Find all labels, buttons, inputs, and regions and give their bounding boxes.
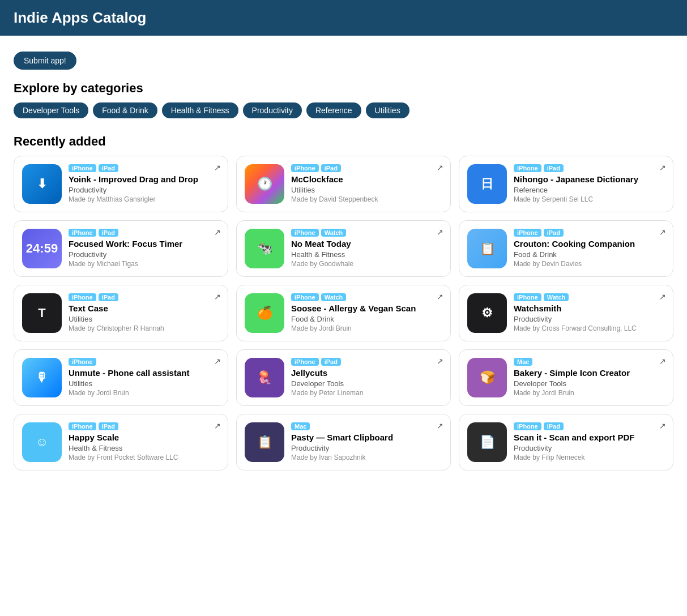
app-icon: ☺ <box>22 422 62 462</box>
badge-ipad: iPad <box>99 164 118 172</box>
badge-iphone: iPhone <box>291 164 319 172</box>
app-badges: iPhone <box>69 358 220 366</box>
app-category: Productivity <box>514 444 665 452</box>
badge-iphone: iPhone <box>291 229 319 237</box>
app-icon: 24:59 <box>22 229 62 268</box>
app-card-top: 日iPhoneiPadNihongo - Japanese Dictionary… <box>467 164 665 204</box>
app-info: iPhoneiPadCrouton: Cooking CompanionFood… <box>514 229 665 268</box>
app-badges: iPhoneiPad <box>514 164 665 172</box>
category-pill-productivity[interactable]: Productivity <box>243 102 302 118</box>
app-icon: 日 <box>467 164 507 204</box>
app-badges: iPhoneiPad <box>291 358 442 366</box>
badge-iphone: iPhone <box>514 293 541 301</box>
app-name: McClockface <box>291 174 442 185</box>
app-info: iPhoneiPadHappy ScaleHealth & FitnessMad… <box>69 422 220 461</box>
app-category: Productivity <box>291 444 442 452</box>
app-maker: Made by Jordi Bruin <box>69 389 220 397</box>
external-link-icon[interactable]: ↗ <box>214 163 221 172</box>
app-maker: Made by Jordi Bruin <box>514 389 665 397</box>
badge-iphone: iPhone <box>69 293 96 301</box>
external-link-icon[interactable]: ↗ <box>659 292 666 301</box>
external-link-icon[interactable]: ↗ <box>437 163 443 172</box>
badge-ipad: iPad <box>321 358 341 366</box>
external-link-icon[interactable]: ↗ <box>659 228 666 237</box>
categories-section: Explore by categories Developer ToolsFoo… <box>14 81 673 118</box>
app-icon: 📋 <box>467 229 507 268</box>
external-link-icon[interactable]: ↗ <box>437 421 443 430</box>
page-header: Indie Apps Catalog <box>0 0 687 36</box>
app-card: ↗📄iPhoneiPadScan it - Scan and export PD… <box>459 414 673 470</box>
external-link-icon[interactable]: ↗ <box>437 357 443 366</box>
app-icon: 🐄 <box>245 229 284 268</box>
external-link-icon[interactable]: ↗ <box>214 292 221 301</box>
app-card: ↗📋MacPasty — Smart ClipboardProductivity… <box>236 414 451 470</box>
app-maker: Made by Cross Forward Consulting, LLC <box>514 324 665 332</box>
app-category: Developer Tools <box>291 379 442 388</box>
recently-added-title: Recently added <box>14 134 673 149</box>
app-badges: iPhoneiPad <box>291 164 442 172</box>
app-name: Happy Scale <box>69 433 220 443</box>
app-name: Nihongo - Japanese Dictionary <box>514 174 665 185</box>
external-link-icon[interactable]: ↗ <box>214 228 221 237</box>
category-pill-fooddrink[interactable]: Food & Drink <box>93 102 157 118</box>
badge-ipad: iPad <box>544 229 564 237</box>
app-info: iPhoneWatchWatchsmithProductivityMade by… <box>514 293 665 332</box>
app-category: Health & Fitness <box>291 250 442 259</box>
app-name: Unmute - Phone call assistant <box>69 368 220 378</box>
external-link-icon[interactable]: ↗ <box>214 357 221 366</box>
app-badges: Mac <box>514 358 665 366</box>
app-card-top: TiPhoneiPadText CaseUtilitiesMade by Chr… <box>22 293 220 333</box>
submit-app-button[interactable]: Submit app! <box>14 52 76 70</box>
external-link-icon[interactable]: ↗ <box>437 292 443 301</box>
app-category: Developer Tools <box>514 379 665 388</box>
app-card: ↗24:59iPhoneiPadFocused Work: Focus Time… <box>14 220 228 277</box>
category-pill-healthfitness[interactable]: Health & Fitness <box>162 102 238 118</box>
app-maker: Made by Jordi Bruin <box>291 324 442 332</box>
app-icon: 🍊 <box>245 293 284 333</box>
external-link-icon[interactable]: ↗ <box>437 228 443 237</box>
app-card: ↗🕐iPhoneiPadMcClockfaceUtilitiesMade by … <box>236 156 451 212</box>
app-maker: Made by Peter Lineman <box>291 389 442 397</box>
app-info: iPhoneiPadMcClockfaceUtilitiesMade by Da… <box>291 164 442 203</box>
app-name: Text Case <box>69 303 220 314</box>
badge-ipad: iPad <box>99 293 118 301</box>
badge-ipad: iPad <box>99 422 118 430</box>
app-badges: iPhoneiPad <box>69 422 220 430</box>
app-category: Food & Drink <box>291 315 442 323</box>
category-pill-developertools[interactable]: Developer Tools <box>14 102 88 118</box>
app-category: Productivity <box>69 250 220 259</box>
app-maker: Made by Matthias Gansrigler <box>69 195 220 203</box>
badge-mac: Mac <box>291 422 310 430</box>
category-pill-utilities[interactable]: Utilities <box>366 102 409 118</box>
category-pill-reference[interactable]: Reference <box>306 102 361 118</box>
app-info: iPhoneUnmute - Phone call assistantUtili… <box>69 358 220 397</box>
app-maker: Made by Front Pocket Software LLC <box>69 454 220 461</box>
app-card-top: 🕐iPhoneiPadMcClockfaceUtilitiesMade by D… <box>245 164 442 204</box>
app-badges: iPhoneWatch <box>514 293 665 301</box>
app-name: Bakery - Simple Icon Creator <box>514 368 665 378</box>
app-info: iPhoneWatchSoosee - Allergy & Vegan Scan… <box>291 293 442 332</box>
categories-list: Developer ToolsFood & DrinkHealth & Fitn… <box>14 102 673 118</box>
main-content: Submit app! Explore by categories Develo… <box>0 36 687 480</box>
badge-iphone: iPhone <box>291 358 319 366</box>
app-badges: iPhoneiPad <box>514 422 665 430</box>
app-name: Yoink - Improved Drag and Drop <box>69 174 220 185</box>
app-card: ↗☺iPhoneiPadHappy ScaleHealth & FitnessM… <box>14 414 228 470</box>
external-link-icon[interactable]: ↗ <box>659 421 666 430</box>
external-link-icon[interactable]: ↗ <box>659 357 666 366</box>
app-badges: iPhoneiPad <box>69 229 220 237</box>
apps-grid: ↗⬇iPhoneiPadYoink - Improved Drag and Dr… <box>14 156 673 470</box>
external-link-icon[interactable]: ↗ <box>214 421 221 430</box>
app-icon: 📋 <box>245 422 284 462</box>
app-card-top: 📄iPhoneiPadScan it - Scan and export PDF… <box>467 422 665 462</box>
app-badges: iPhoneiPad <box>514 229 665 237</box>
app-card-top: 📋MacPasty — Smart ClipboardProductivityM… <box>245 422 442 462</box>
external-link-icon[interactable]: ↗ <box>659 163 666 172</box>
app-card-top: 🍞MacBakery - Simple Icon CreatorDevelope… <box>467 358 665 397</box>
app-icon: 📄 <box>467 422 507 462</box>
app-card-top: ⬇iPhoneiPadYoink - Improved Drag and Dro… <box>22 164 220 204</box>
badge-iphone: iPhone <box>291 293 319 301</box>
app-maker: Made by Serpenti Sei LLC <box>514 195 665 203</box>
app-card: ↗⚙iPhoneWatchWatchsmithProductivityMade … <box>459 285 673 341</box>
app-card: ↗TiPhoneiPadText CaseUtilitiesMade by Ch… <box>14 285 228 341</box>
